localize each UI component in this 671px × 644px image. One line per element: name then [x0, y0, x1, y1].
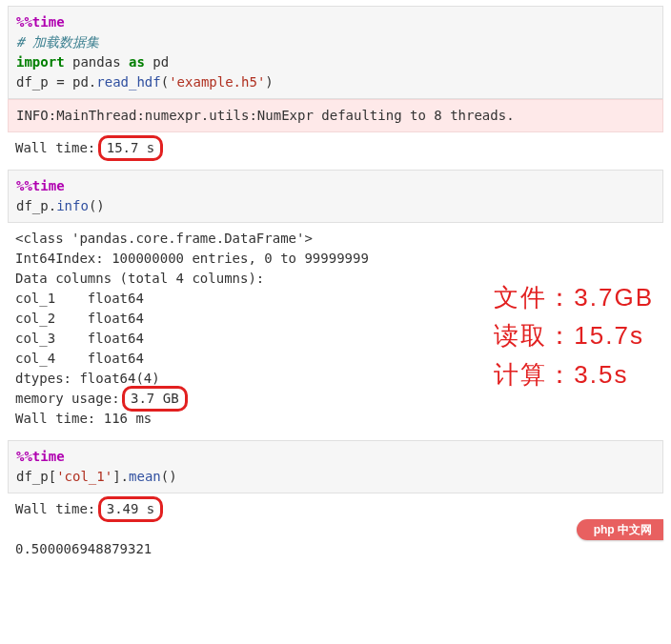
assign: df_p = pd.	[16, 74, 96, 90]
stderr-line: INFO:MainThread:numexpr.utils:NumExpr de…	[16, 108, 515, 123]
col-line: col_2 float64	[15, 311, 144, 326]
wall-time-label: Wall time:	[15, 140, 104, 155]
wall-time: Wall time: 116 ms	[15, 411, 152, 426]
string-literal: 'col_1'	[56, 469, 112, 484]
wall-time-label: Wall time:	[15, 501, 104, 516]
method-name: mean	[129, 469, 161, 484]
overlay-calc: 计算：3.5s	[494, 355, 654, 393]
result-value: 0.500006948879321	[15, 541, 152, 556]
wall-time-highlight: 3.49 s	[98, 496, 164, 522]
output-block-2: <class 'pandas.core.frame.DataFrame'> In…	[8, 223, 663, 434]
code-cell-2: %%time df_p.info()	[8, 170, 663, 223]
memory-highlight: 3.7 GB	[122, 386, 188, 412]
output-block-1: Wall time: 15.7 s	[8, 132, 663, 164]
output-block-3: Wall time: 3.49 s 0.500006948879321 php …	[8, 493, 663, 565]
summary-overlay: 文件：3.7GB 读取：15.7s 计算：3.5s	[494, 278, 654, 393]
expr-post: ].	[112, 469, 129, 484]
overlay-file: 文件：3.7GB	[494, 278, 654, 316]
call-suffix: ()	[89, 198, 105, 213]
object: df_p.	[16, 198, 56, 213]
memory-label: memory usage:	[15, 391, 128, 406]
stderr-output: INFO:MainThread:numexpr.utils:NumExpr de…	[8, 99, 663, 132]
expr-pre: df_p[	[16, 469, 56, 484]
string-literal: 'example.h5'	[169, 74, 265, 90]
magic-command: %%time	[16, 178, 65, 193]
overlay-read: 读取：15.7s	[494, 316, 654, 354]
code-cell-3: %%time df_p['col_1'].mean()	[8, 440, 663, 493]
wall-time-highlight: 15.7 s	[98, 135, 164, 161]
module-name: pandas	[72, 54, 121, 70]
comment: # 加载数据集	[16, 34, 99, 50]
magic-command: %%time	[16, 449, 65, 464]
cols-header: Data columns (total 4 columns):	[15, 271, 264, 286]
as-keyword: as	[129, 54, 145, 70]
watermark-badge: php 中文网	[577, 519, 663, 540]
import-keyword: import	[16, 54, 65, 70]
module-alias: pd	[152, 54, 169, 70]
class-line: <class 'pandas.core.frame.DataFrame'>	[15, 231, 313, 246]
dtypes-line: dtypes: float64(4)	[15, 371, 160, 386]
method-name: read_hdf	[96, 74, 160, 90]
call-suffix: ()	[161, 469, 177, 484]
col-line: col_4 float64	[15, 351, 144, 366]
code-cell-1: %%time # 加载数据集 import pandas as pd df_p …	[8, 6, 663, 99]
magic-command: %%time	[16, 14, 65, 30]
col-line: col_3 float64	[15, 331, 144, 346]
index-line: Int64Index: 100000000 entries, 0 to 9999…	[15, 251, 369, 266]
method-name: info	[56, 198, 89, 213]
col-line: col_1 float64	[15, 291, 144, 306]
